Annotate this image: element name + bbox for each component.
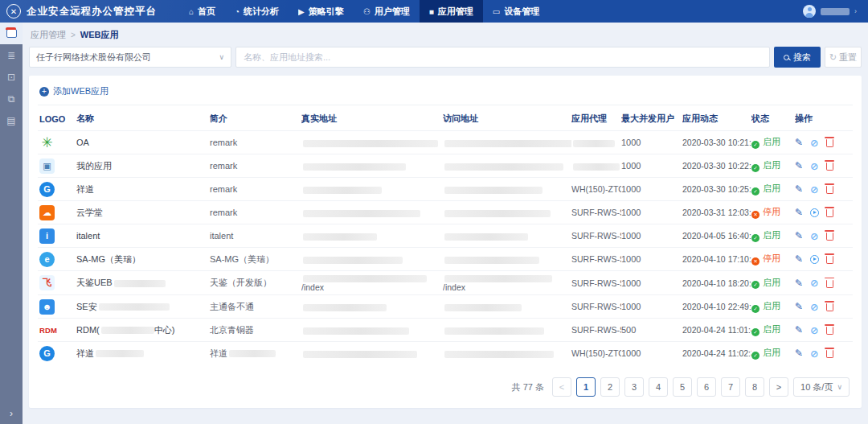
page-button-6[interactable]: 6	[697, 377, 716, 397]
page-button-4[interactable]: 4	[649, 377, 668, 397]
status-badge: ✓启用	[751, 183, 795, 196]
breadcrumb-parent[interactable]: 应用管理	[31, 29, 66, 41]
table-row: G 祥道 祥道 WH(150)-ZTG 1000 2020-04-24 11:0…	[38, 341, 853, 364]
search-button[interactable]: 搜索	[774, 47, 821, 68]
edit-button[interactable]: ✎	[795, 137, 803, 148]
prev-page-button[interactable]: <	[552, 377, 571, 397]
web-apps-card: + 添加WEB应用 LOGO名称简介真实地址访问地址应用代理最大并发用户应用动态…	[29, 76, 862, 408]
nav-item-devices[interactable]: ▭设备管理	[483, 0, 549, 23]
app-proxy: SURF-RWS-S	[571, 254, 621, 264]
edit-button[interactable]: ✎	[795, 301, 803, 312]
company-select[interactable]: 任子行网络技术股份有限公司 ∨	[29, 47, 231, 68]
visit-address	[443, 161, 571, 171]
nav-item-users[interactable]: ⚇用户管理	[354, 0, 420, 23]
status-badge: ✓启用	[751, 277, 795, 290]
disable-button[interactable]: ⊘	[810, 230, 818, 242]
filter-bar: 任子行网络技术股份有限公司 ∨ 搜索 ↻ 重置	[29, 47, 862, 68]
delete-button[interactable]	[826, 209, 833, 217]
page-button-1[interactable]: 1	[576, 377, 596, 397]
max-concurrent-users: 1000	[621, 138, 682, 147]
delete-button[interactable]	[826, 233, 833, 241]
sidebar-item-database[interactable]: ≣	[0, 44, 23, 66]
redacted-text	[303, 327, 409, 335]
disable-button[interactable]: ⊘	[810, 277, 818, 289]
status-dot-icon: ✓	[751, 234, 760, 242]
edit-button[interactable]: ✎	[795, 207, 803, 218]
edit-button[interactable]: ✎	[795, 160, 803, 171]
disable-button[interactable]: ⊘	[810, 348, 818, 360]
sidebar-item-web-apps[interactable]	[0, 23, 23, 44]
page-button-2[interactable]: 2	[600, 377, 620, 397]
app-description: remark	[210, 208, 301, 217]
delete-button[interactable]	[826, 280, 833, 288]
delete-button[interactable]	[826, 163, 833, 171]
reset-button[interactable]: ↻ 重置	[825, 47, 862, 68]
nav-item-policy[interactable]: ▶策略引擎	[289, 0, 354, 23]
redacted-text	[303, 163, 406, 171]
edit-button[interactable]: ✎	[795, 348, 803, 359]
sidebar-items: ≣⊡⧉▤	[0, 23, 23, 131]
table-row: ▣ 我的应用 remark 1000 2020-03-30 10:22:41 ✓…	[38, 154, 853, 177]
status-badge: ✓启用	[751, 300, 795, 313]
edit-button[interactable]: ✎	[795, 324, 803, 335]
disable-button[interactable]: ⊘	[810, 324, 818, 336]
app-proxy	[571, 138, 621, 147]
real-address: /index	[301, 273, 443, 293]
redacted-text	[96, 350, 144, 357]
page-button-8[interactable]: 8	[745, 377, 764, 397]
visit-address	[443, 302, 571, 311]
table-row: ☁ 云学堂 remark SURF-RWS-S 1000 2020-03-31 …	[38, 200, 853, 224]
app-name: OA	[76, 138, 210, 147]
row-actions: ✎⊘	[795, 277, 845, 289]
page-button-5[interactable]: 5	[673, 377, 692, 397]
real-address	[301, 161, 443, 171]
search-input[interactable]	[235, 47, 770, 68]
platform-logo-icon: ✕	[6, 4, 21, 19]
delete-button[interactable]	[826, 139, 833, 147]
sidebar-item-topology[interactable]: ⧉	[0, 88, 23, 109]
edit-button[interactable]: ✎	[795, 278, 803, 289]
address-path: /index	[301, 282, 438, 293]
enable-button[interactable]	[810, 255, 819, 264]
main-content: 应用管理 > WEB应用 任子行网络技术股份有限公司 ∨ 搜索 ↻ 重置 + 添…	[23, 23, 868, 424]
max-concurrent-users: 1000	[621, 231, 682, 241]
status-dot-icon: ✓	[751, 187, 760, 196]
max-concurrent-users: 1000	[621, 302, 682, 311]
edit-button[interactable]: ✎	[795, 230, 803, 241]
disable-button[interactable]: ⊘	[810, 160, 818, 172]
app-proxy: SURF-RWS-S	[571, 278, 621, 288]
add-web-app-button[interactable]: + 添加WEB应用	[39, 85, 108, 97]
delete-button[interactable]	[826, 350, 833, 358]
sidebar-item-grid[interactable]: ▤	[0, 109, 23, 131]
sidebar-item-monitor[interactable]: ⊡	[0, 66, 23, 88]
page-button-7[interactable]: 7	[721, 377, 740, 397]
disable-button[interactable]: ⊘	[810, 183, 818, 196]
delete-button[interactable]	[826, 327, 833, 335]
enable-button[interactable]	[810, 208, 819, 217]
app-description: remark	[210, 184, 301, 194]
page-size-select[interactable]: 10 条/页 ∨	[793, 377, 850, 397]
breadcrumb-current: WEB应用	[80, 29, 119, 41]
next-page-button[interactable]: >	[769, 377, 788, 397]
nav-item-home[interactable]: ⌂首页	[179, 0, 225, 23]
row-actions: ✎⊘	[795, 301, 845, 313]
redacted-text	[444, 163, 563, 171]
edit-button[interactable]: ✎	[795, 253, 803, 265]
app-activity-time: 2020-04-10 18:20:01	[682, 278, 751, 288]
edit-button[interactable]: ✎	[795, 183, 803, 195]
sidebar-collapse-arrow[interactable]: ›	[0, 408, 23, 419]
app-description: italent	[210, 231, 301, 241]
status-dot-icon: ✓	[751, 141, 760, 149]
home-icon: ⌂	[189, 7, 194, 16]
redacted-text	[101, 327, 154, 334]
browser-window-icon	[6, 29, 17, 38]
nav-item-apps[interactable]: ■应用管理	[420, 0, 483, 23]
user-menu[interactable]: ›	[803, 5, 868, 18]
page-button-3[interactable]: 3	[624, 377, 644, 397]
disable-button[interactable]: ⊘	[810, 137, 818, 149]
delete-button[interactable]	[826, 303, 833, 311]
delete-button[interactable]	[826, 186, 833, 194]
nav-item-stats[interactable]: ◔统计分析	[225, 0, 289, 23]
delete-button[interactable]	[826, 256, 833, 264]
disable-button[interactable]: ⊘	[810, 301, 818, 313]
